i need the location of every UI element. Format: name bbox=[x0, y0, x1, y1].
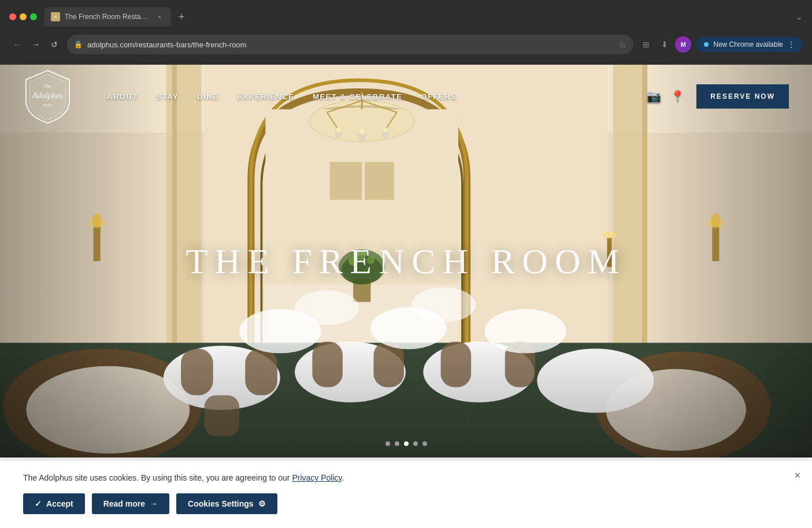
svg-text:The: The bbox=[45, 84, 51, 89]
nav-item-experience[interactable]: EXPERIENCE bbox=[237, 92, 294, 101]
extensions-icon[interactable]: ⊞ bbox=[638, 36, 654, 53]
window-menu-icon[interactable]: ⌄ bbox=[796, 12, 803, 21]
new-tab-button[interactable]: + bbox=[173, 9, 190, 25]
minimize-window-button[interactable] bbox=[20, 13, 27, 20]
window-controls-right: ⌄ bbox=[796, 12, 803, 22]
nav-item-dine[interactable]: DINE bbox=[197, 92, 218, 101]
maximize-window-button[interactable] bbox=[30, 13, 37, 20]
profile-avatar[interactable]: M bbox=[675, 36, 691, 53]
addressbar-actions: ⊞ ⬇ M bbox=[638, 36, 691, 53]
svg-text:Hotel: Hotel bbox=[43, 103, 53, 107]
cookie-banner: × The Adolphus site uses cookies. By usi… bbox=[0, 460, 812, 528]
new-chrome-text: New Chrome available bbox=[713, 40, 783, 49]
privacy-policy-link[interactable]: Privacy Policy bbox=[292, 473, 342, 482]
security-icon: 🔒 bbox=[74, 40, 83, 49]
carousel-dot-4[interactable] bbox=[413, 441, 418, 446]
back-button[interactable]: ← bbox=[9, 36, 25, 53]
website-container: The Adolphus Hotel ABOUT STAY DINE EXPER… bbox=[0, 65, 812, 528]
carousel-dot-5[interactable] bbox=[422, 441, 427, 446]
location-icon[interactable]: 📍 bbox=[670, 90, 685, 103]
hero-image: The Adolphus Hotel ABOUT STAY DINE EXPER… bbox=[0, 65, 812, 458]
tab-bar: A The French Room Restauran… × + bbox=[44, 7, 789, 27]
traffic-lights bbox=[9, 13, 37, 20]
nav-item-meet-celebrate[interactable]: MEET & CELEBRATE bbox=[313, 92, 402, 101]
nav-buttons: ← → ↺ bbox=[9, 36, 62, 53]
gear-icon: ⚙ bbox=[258, 499, 266, 508]
browser-addressbar: ← → ↺ 🔒 adolphus.com/restaurants-bars/th… bbox=[0, 31, 812, 58]
checkmark-icon: ✓ bbox=[35, 499, 42, 508]
cookie-buttons: ✓ Accept Read more → Cookies Settings ⚙ bbox=[23, 493, 789, 514]
carousel-dot-1[interactable] bbox=[385, 441, 390, 446]
download-icon[interactable]: ⬇ bbox=[657, 36, 673, 53]
content-area: × The Adolphus site uses cookies. By usi… bbox=[0, 458, 812, 528]
new-chrome-dot bbox=[704, 42, 709, 47]
read-more-button[interactable]: Read more → bbox=[92, 493, 169, 514]
logo-svg: The Adolphus Hotel bbox=[23, 69, 72, 124]
cookie-close-button[interactable]: × bbox=[794, 470, 800, 482]
new-chrome-menu-icon[interactable]: ⋮ bbox=[788, 40, 795, 49]
browser-chrome: A The French Room Restauran… × + ⌄ ← → ↺… bbox=[0, 0, 812, 65]
nav-item-stay[interactable]: STAY bbox=[157, 92, 179, 101]
hero-title: THE FRENCH ROOM bbox=[186, 241, 626, 282]
carousel-dot-3[interactable] bbox=[404, 441, 409, 446]
reserve-now-button[interactable]: RESERVE NOW bbox=[696, 84, 789, 109]
camera-icon[interactable]: 📷 bbox=[647, 90, 661, 103]
svg-text:Adolphus: Adolphus bbox=[32, 91, 63, 100]
carousel-dot-2[interactable] bbox=[395, 441, 399, 446]
tab-title: The French Room Restauran… bbox=[65, 13, 150, 21]
nav-item-offers[interactable]: OFFERS bbox=[421, 92, 457, 101]
nav-icons: 📷 📍 bbox=[647, 90, 685, 103]
accept-cookies-button[interactable]: ✓ Accept bbox=[23, 493, 85, 514]
navigation-overlay: The Adolphus Hotel ABOUT STAY DINE EXPER… bbox=[0, 65, 812, 128]
reload-button[interactable]: ↺ bbox=[46, 36, 62, 53]
arrow-icon: → bbox=[150, 499, 158, 508]
new-chrome-banner[interactable]: New Chrome available ⋮ bbox=[696, 37, 803, 52]
browser-titlebar: A The French Room Restauran… × + ⌄ bbox=[0, 0, 812, 31]
bookmark-icon[interactable]: ☆ bbox=[618, 39, 626, 50]
nav-item-about[interactable]: ABOUT bbox=[107, 92, 138, 101]
carousel-dots bbox=[385, 441, 427, 446]
forward-button[interactable]: → bbox=[28, 36, 44, 53]
cookie-message: The Adolphus site uses cookies. By using… bbox=[23, 472, 789, 484]
tab-favicon: A bbox=[51, 12, 60, 21]
tab-close-button[interactable]: × bbox=[155, 12, 164, 21]
close-window-button[interactable] bbox=[9, 13, 16, 20]
cookies-settings-button[interactable]: Cookies Settings ⚙ bbox=[176, 493, 277, 514]
main-navigation: ABOUT STAY DINE EXPERIENCE MEET & CELEBR… bbox=[107, 92, 647, 101]
url-display: adolphus.com/restaurants-bars/the-french… bbox=[87, 40, 614, 49]
address-bar[interactable]: 🔒 adolphus.com/restaurants-bars/the-fren… bbox=[67, 35, 633, 54]
active-tab[interactable]: A The French Room Restauran… × bbox=[44, 7, 171, 27]
hotel-logo[interactable]: The Adolphus Hotel bbox=[23, 69, 72, 124]
